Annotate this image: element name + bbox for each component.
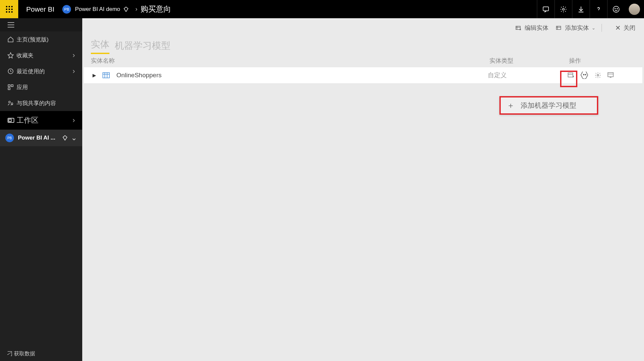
settings-button[interactable] bbox=[554, 0, 572, 18]
nav-label: 工作区 bbox=[17, 115, 73, 125]
workspace-name: Power BI AI ... bbox=[18, 135, 59, 141]
tab-ml-models[interactable]: 机器学习模型 bbox=[115, 39, 170, 54]
workspace-row[interactable]: PB Power BI AI ... ⌄ bbox=[0, 130, 82, 146]
svg-rect-9 bbox=[543, 7, 549, 11]
workspace-mini-badge: PB bbox=[5, 134, 14, 142]
brand-label: Power BI bbox=[18, 5, 62, 13]
op-view-icon[interactable] bbox=[607, 72, 615, 79]
help-button[interactable] bbox=[590, 0, 607, 18]
col-name: 实体名称 bbox=[91, 57, 489, 65]
chat-button[interactable] bbox=[537, 0, 554, 18]
left-sidebar: 主页(预览版) 收藏夹 › 最近使用的 › 应用 与我共享的内容 工作区 › P… bbox=[0, 18, 82, 361]
svg-rect-7 bbox=[9, 11, 10, 13]
add-entity-button[interactable]: 添加实体 ⌄ bbox=[556, 24, 596, 32]
svg-rect-8 bbox=[11, 11, 13, 13]
app-launcher-button[interactable] bbox=[0, 0, 18, 18]
sidebar-toggle[interactable] bbox=[0, 18, 82, 31]
add-ml-model-popup[interactable]: ＋ 添加机器学习模型 bbox=[499, 96, 598, 115]
nav-label: 应用 bbox=[17, 84, 75, 91]
apps-icon bbox=[7, 84, 17, 90]
expand-icon[interactable]: ▶ bbox=[93, 73, 98, 78]
svg-rect-2 bbox=[11, 6, 13, 7]
nav-label: 收藏夹 bbox=[17, 52, 73, 59]
close-icon: ✕ bbox=[615, 24, 621, 32]
nav-shared[interactable]: 与我共享的内容 bbox=[0, 95, 82, 111]
chevron-down-icon[interactable]: ⌄ bbox=[592, 25, 596, 30]
svg-point-11 bbox=[613, 6, 619, 12]
edit-icon bbox=[515, 25, 522, 31]
chevron-right-icon: › bbox=[73, 67, 75, 76]
svg-point-26 bbox=[583, 74, 584, 75]
premium-icon bbox=[62, 135, 68, 141]
nav-apps[interactable]: 应用 bbox=[0, 79, 82, 95]
svg-rect-6 bbox=[6, 11, 7, 13]
premium-icon bbox=[123, 7, 129, 12]
tab-entities[interactable]: 实体 bbox=[91, 38, 109, 54]
svg-rect-15 bbox=[8, 85, 10, 87]
entity-type: 自定义 bbox=[488, 71, 567, 80]
edit-entity-label: 编辑实体 bbox=[525, 24, 548, 32]
workspace-badge: PB bbox=[62, 5, 71, 14]
svg-point-13 bbox=[617, 8, 617, 9]
nav-label: 主页(预览版) bbox=[17, 36, 75, 43]
svg-rect-1 bbox=[9, 6, 10, 7]
op-refresh-icon[interactable] bbox=[567, 72, 575, 79]
share-icon bbox=[7, 100, 17, 106]
clock-icon bbox=[7, 68, 17, 75]
svg-rect-23 bbox=[556, 26, 561, 30]
entity-row[interactable]: ▶ OnlineShoppers 自定义 bbox=[84, 67, 642, 83]
add-table-icon bbox=[556, 25, 562, 31]
edit-entity-button[interactable]: 编辑实体 bbox=[515, 24, 548, 32]
workspace-icon bbox=[7, 117, 17, 124]
nav-label: 与我共享的内容 bbox=[17, 99, 75, 107]
chevron-right-icon: › bbox=[73, 116, 75, 125]
get-data-button[interactable]: 刁 获取数据 bbox=[0, 346, 82, 361]
svg-rect-5 bbox=[11, 9, 13, 10]
op-settings-icon[interactable] bbox=[595, 72, 601, 79]
home-icon bbox=[7, 36, 17, 43]
nav-recent[interactable]: 最近使用的 › bbox=[0, 63, 82, 79]
separator bbox=[602, 24, 602, 32]
op-ml-icon[interactable] bbox=[581, 72, 589, 79]
nav-home[interactable]: 主页(预览版) bbox=[0, 31, 82, 47]
svg-rect-21 bbox=[9, 119, 11, 121]
svg-point-12 bbox=[615, 8, 615, 9]
svg-point-28 bbox=[597, 75, 599, 76]
content-toolbar: 编辑实体 添加实体 ⌄ ✕ 关闭 bbox=[82, 18, 644, 37]
tab-bar: 实体 机器学习模型 bbox=[82, 37, 644, 54]
chevron-right-icon: › bbox=[73, 51, 75, 60]
col-ops: 操作 bbox=[569, 57, 635, 65]
entity-name: OnlineShoppers bbox=[116, 72, 488, 79]
column-headers: 实体名称 实体类型 操作 bbox=[82, 54, 644, 67]
svg-rect-24 bbox=[103, 73, 109, 78]
svg-rect-25 bbox=[568, 73, 573, 77]
svg-rect-0 bbox=[6, 6, 7, 7]
nav-label: 最近使用的 bbox=[17, 68, 73, 75]
plus-icon: ＋ bbox=[507, 100, 515, 111]
svg-rect-16 bbox=[11, 85, 13, 87]
svg-rect-22 bbox=[516, 26, 520, 30]
close-button[interactable]: ✕ 关闭 bbox=[615, 24, 635, 32]
svg-rect-17 bbox=[8, 88, 10, 90]
chevron-down-icon[interactable]: ⌄ bbox=[71, 134, 77, 142]
svg-rect-4 bbox=[9, 9, 10, 10]
breadcrumb-separator-icon: › bbox=[135, 6, 137, 13]
download-button[interactable] bbox=[572, 0, 590, 18]
svg-point-18 bbox=[9, 101, 10, 103]
svg-rect-3 bbox=[6, 9, 7, 10]
feedback-button[interactable] bbox=[607, 0, 625, 18]
user-avatar[interactable] bbox=[629, 4, 640, 15]
close-label: 关闭 bbox=[623, 24, 635, 32]
main-content: 编辑实体 添加实体 ⌄ ✕ 关闭 实体 机器学习模型 实体名称 实体类型 操作 … bbox=[82, 18, 644, 361]
breadcrumb-workspace[interactable]: Power BI AI demo bbox=[75, 6, 120, 13]
svg-point-19 bbox=[11, 103, 13, 104]
svg-rect-29 bbox=[608, 73, 613, 77]
svg-point-27 bbox=[585, 74, 586, 75]
star-icon bbox=[7, 52, 17, 59]
table-icon bbox=[102, 72, 110, 78]
entity-ops bbox=[567, 72, 634, 79]
col-type: 实体类型 bbox=[489, 57, 569, 65]
nav-favorites[interactable]: 收藏夹 › bbox=[0, 47, 82, 63]
nav-workspaces[interactable]: 工作区 › bbox=[0, 111, 82, 130]
global-header: Power BI PB Power BI AI demo › 购买意向 bbox=[0, 0, 644, 18]
